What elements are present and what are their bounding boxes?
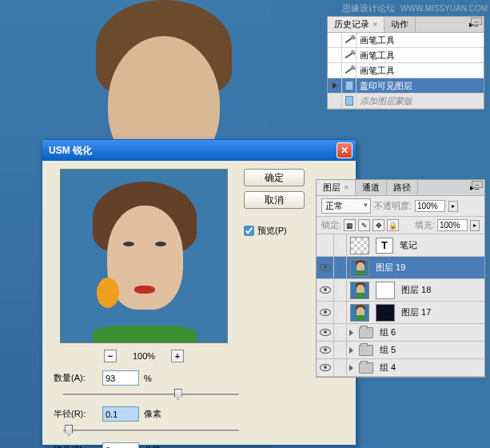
eye-icon — [320, 329, 331, 336]
link-column[interactable] — [334, 342, 347, 358]
fill-field[interactable]: 100% — [437, 219, 468, 231]
radius-input[interactable] — [102, 406, 139, 422]
cancel-button[interactable]: 取消 — [244, 191, 305, 209]
visibility-toggle[interactable] — [317, 324, 334, 341]
history-item-label: 添加图层蒙版 — [357, 95, 412, 107]
expand-arrow-icon[interactable] — [349, 365, 353, 371]
preview-checkbox[interactable] — [244, 226, 254, 236]
amount-slider[interactable] — [63, 389, 239, 400]
layer-row[interactable]: 图层 18 — [317, 279, 484, 302]
visibility-toggle[interactable] — [317, 279, 334, 301]
layer-name[interactable]: 图层 17 — [398, 306, 431, 318]
radius-unit: 像素 — [144, 408, 161, 420]
link-column[interactable] — [334, 257, 347, 278]
preview-checkbox-label[interactable]: 预览(P) — [244, 225, 305, 237]
layer-name[interactable]: 图层 19 — [372, 262, 405, 274]
layer-mask-thumbnail[interactable] — [376, 304, 395, 322]
close-icon[interactable]: × — [372, 19, 377, 29]
history-item[interactable]: 画笔工具 — [328, 33, 484, 48]
ok-button[interactable]: 确定 — [244, 169, 305, 186]
threshold-label: 阈值(T): — [54, 444, 98, 448]
folder-icon — [359, 345, 373, 356]
history-item-label: 盖印可见图层 — [357, 80, 412, 92]
eye-icon — [320, 346, 331, 354]
layer-row[interactable]: 组 5 — [317, 342, 484, 359]
layer-name[interactable]: 组 6 — [376, 326, 396, 338]
layer-name[interactable]: 图层 18 — [398, 284, 431, 296]
layer-row[interactable]: T 笔记 — [317, 234, 484, 257]
text-layer-icon: T — [376, 238, 393, 254]
opacity-label: 不透明度: — [374, 200, 412, 212]
zoom-level: 100% — [133, 351, 155, 361]
layer-name[interactable]: 笔记 — [396, 239, 417, 251]
lock-transparent-icon[interactable]: ▦ — [344, 219, 356, 231]
fill-flyout-icon[interactable]: ▸ — [470, 220, 480, 231]
history-item[interactable]: 画笔工具 — [328, 48, 484, 63]
dialog-titlebar[interactable]: USM 锐化 ✕ — [42, 140, 356, 161]
expand-arrow-icon[interactable] — [349, 330, 353, 336]
expand-arrow-icon[interactable] — [349, 347, 353, 354]
visibility-toggle[interactable] — [317, 302, 334, 323]
visibility-toggle[interactable] — [317, 257, 334, 278]
panel-minimize-button[interactable]: – — [471, 18, 482, 25]
watermark-link[interactable]: WWW.MISSYUAN.COM — [400, 4, 488, 13]
amount-input[interactable] — [102, 370, 139, 386]
history-item[interactable]: 盖印可见图层 — [328, 78, 484, 94]
threshold-input[interactable] — [102, 442, 139, 448]
doc-icon — [345, 96, 353, 106]
link-column[interactable] — [334, 324, 347, 341]
tab-channels[interactable]: 通道 — [356, 180, 387, 195]
tab-actions[interactable]: 动作 — [384, 17, 416, 32]
history-panel: – 历史记录× 动作 ▸≡ 画笔工具 画笔工具 画笔工具 盖印可见图层 添加图层… — [327, 16, 484, 110]
visibility-toggle[interactable] — [317, 359, 334, 376]
brush-icon — [345, 37, 353, 44]
layer-row[interactable]: 图层 19 — [317, 257, 484, 279]
visibility-toggle[interactable] — [317, 342, 334, 358]
blend-mode-dropdown[interactable]: 正常 — [321, 198, 371, 214]
close-icon[interactable]: × — [344, 182, 349, 192]
layer-mask-thumbnail[interactable] — [376, 282, 395, 299]
folder-icon — [359, 362, 373, 374]
link-column[interactable] — [334, 302, 347, 323]
lock-all-icon[interactable]: 🔒 — [387, 219, 399, 231]
history-pointer-icon — [333, 82, 337, 89]
eye-icon — [320, 286, 331, 294]
lock-label: 锁定: — [321, 219, 341, 231]
layer-row[interactable]: 组 4 — [317, 359, 484, 377]
lock-position-icon[interactable]: ✥ — [372, 219, 384, 231]
link-column[interactable] — [334, 279, 347, 301]
tab-paths[interactable]: 路径 — [387, 180, 418, 195]
dialog-title: USM 锐化 — [49, 144, 92, 158]
radius-slider[interactable] — [63, 425, 239, 436]
tab-history[interactable]: 历史记录× — [328, 17, 384, 32]
zoom-in-button[interactable]: + — [171, 350, 184, 362]
history-item-label: 画笔工具 — [357, 34, 395, 46]
dialog-close-button[interactable]: ✕ — [337, 142, 353, 158]
layer-thumbnail[interactable] — [350, 237, 369, 254]
layer-name[interactable]: 组 5 — [376, 344, 396, 356]
tab-layers[interactable]: 图层× — [317, 180, 356, 195]
history-item[interactable]: 画笔工具 — [328, 63, 484, 78]
layers-panel-tabs: 图层× 通道 路径 ▸≡ — [317, 180, 484, 196]
folder-icon — [359, 327, 373, 338]
visibility-toggle[interactable] — [317, 234, 334, 256]
layer-thumbnail[interactable] — [350, 259, 369, 277]
layer-name[interactable]: 组 4 — [376, 362, 396, 374]
layer-thumbnail[interactable] — [350, 304, 369, 322]
layer-row[interactable]: 图层 17 — [317, 302, 484, 324]
preview-image[interactable] — [60, 169, 228, 343]
eye-icon — [320, 264, 331, 271]
eye-icon — [320, 364, 331, 371]
opacity-field[interactable]: 100% — [415, 200, 445, 212]
link-column[interactable] — [334, 359, 347, 376]
opacity-flyout-icon[interactable]: ▸ — [448, 201, 458, 212]
watermark-text: 思缘设计论坛 — [342, 3, 395, 13]
layer-thumbnail[interactable] — [350, 282, 369, 299]
zoom-out-button[interactable]: − — [104, 350, 117, 362]
lock-pixels-icon[interactable]: ✎ — [358, 219, 370, 231]
layers-minimize-button[interactable]: – — [472, 181, 483, 188]
layers-list: T 笔记 图层 19 图层 18 图层 17 组 6 组 5 组 4 — [317, 234, 484, 377]
link-column[interactable] — [334, 234, 347, 256]
history-item[interactable]: 添加图层蒙版 — [328, 94, 484, 109]
layer-row[interactable]: 组 6 — [317, 324, 484, 342]
